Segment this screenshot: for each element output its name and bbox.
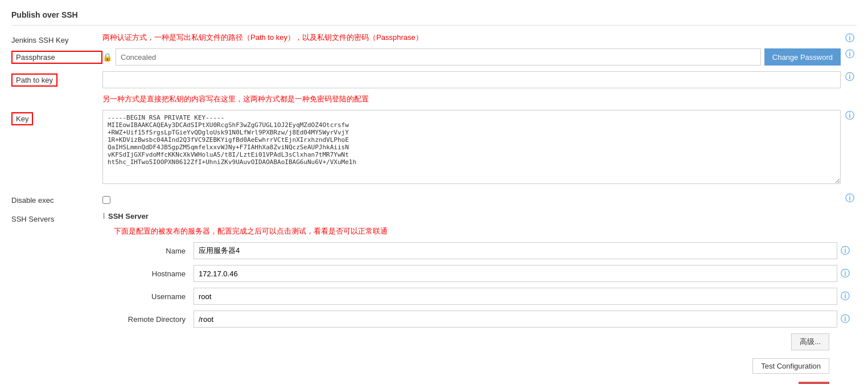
ssh-servers-label: SSH Servers: [11, 211, 102, 223]
annotation-text-3: 下面是配置的被发布的服务器，配置完成之后可以点击测试，看看是否可以正常联通: [114, 226, 852, 236]
path-to-key-input[interactable]: [102, 71, 841, 88]
passphrase-label: Passphrase: [11, 51, 102, 64]
remote-directory-input[interactable]: [194, 311, 837, 328]
delete-button[interactable]: 删除: [799, 382, 829, 384]
lock-icon: 🔒: [102, 52, 112, 62]
test-configuration-button[interactable]: Test Configuration: [752, 358, 829, 374]
help-icon-username[interactable]: ⓘ: [841, 291, 852, 303]
help-icon-jenkins-key[interactable]: ⓘ: [845, 32, 857, 44]
name-input[interactable]: [194, 242, 837, 259]
key-label: Key: [11, 112, 33, 125]
help-icon-passphrase[interactable]: ⓘ: [845, 48, 857, 60]
passphrase-input[interactable]: [116, 48, 761, 66]
help-icon-path-to-key[interactable]: ⓘ: [845, 71, 857, 83]
hostname-input[interactable]: [194, 265, 837, 282]
drag-handle[interactable]: ⁞: [102, 211, 105, 220]
path-to-key-label: Path to key: [11, 73, 57, 87]
ssh-server-title: SSH Server: [108, 212, 149, 220]
disable-exec-label: Disable exec: [11, 193, 102, 205]
section-title: Publish over SSH: [11, 6, 857, 26]
disable-exec-checkbox[interactable]: [102, 196, 110, 204]
ssh-server-block: ⁞ SSH Server 下面是配置的被发布的服务器，配置完成之后可以点击测试，…: [102, 211, 852, 384]
help-icon-hostname[interactable]: ⓘ: [841, 268, 852, 280]
annotation-text-1: 两种认证方式，一种是写出私钥文件的路径（Path to key），以及私钥文件的…: [102, 32, 845, 43]
help-icon-key[interactable]: ⓘ: [845, 110, 857, 122]
key-textarea[interactable]: -----BEGIN RSA PRIVATE KEY----- MIIEowIB…: [102, 110, 841, 184]
jenkins-ssh-key-label: Jenkins SSH Key: [11, 32, 102, 44]
help-icon-remote-dir[interactable]: ⓘ: [841, 313, 852, 325]
change-password-button[interactable]: Change Password: [764, 48, 841, 66]
help-icon-disable-exec[interactable]: ⓘ: [845, 193, 857, 205]
advanced-button[interactable]: 高级...: [791, 333, 829, 350]
username-label: Username: [114, 292, 194, 301]
hostname-label: Hostname: [114, 269, 194, 278]
username-input[interactable]: [194, 288, 837, 305]
help-icon-name[interactable]: ⓘ: [841, 245, 852, 257]
annotation-text-2: 另一种方式是直接把私钥的内容写在这里，这两种方式都是一种免密码登陆的配置: [102, 94, 857, 104]
name-label: Name: [114, 247, 194, 255]
remote-directory-label: Remote Directory: [114, 315, 194, 324]
